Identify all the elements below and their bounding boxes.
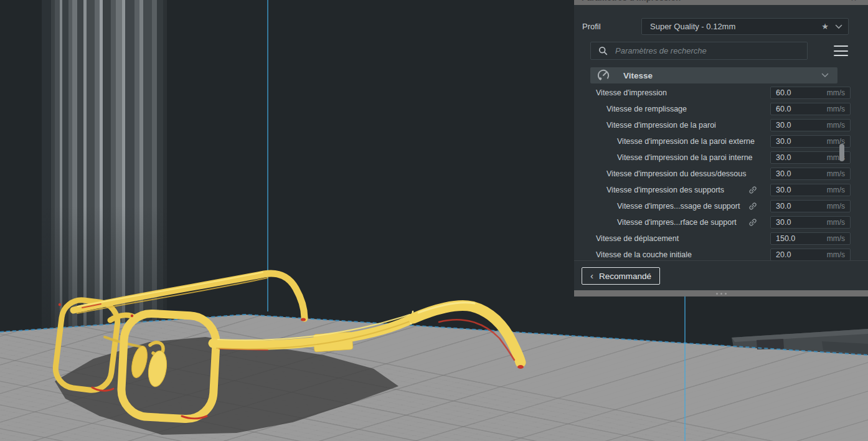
link-icon — [748, 202, 757, 213]
settings-row[interactable]: Vitesse d'impression du dessus/dessous m… — [590, 166, 837, 182]
settings-row[interactable]: Vitesse d'impression des supports mm/s — [590, 182, 837, 198]
setting-label: Vitesse d'impression de la paroi externe — [590, 137, 755, 146]
panel-title: Paramètres d'impression — [582, 0, 681, 2]
panel-resize-handle[interactable] — [574, 290, 868, 296]
chevron-left-icon: ‹ — [590, 271, 593, 280]
profile-dropdown[interactable]: Super Quality - 0.12mm ★ — [641, 18, 849, 35]
setting-field: mm/s — [770, 200, 851, 212]
setting-label: Vitesse de la couche initiale — [590, 250, 692, 259]
recommended-button-label: Recommandé — [599, 272, 651, 281]
chevron-down-icon — [835, 24, 842, 29]
section-vitesse[interactable]: Vitesse — [590, 67, 837, 83]
setting-field: mm/s — [770, 232, 851, 245]
setting-label: Vitesse d'impression de la paroi — [590, 121, 716, 130]
setting-label: Vitesse de déplacement — [590, 234, 679, 243]
setting-unit: mm/s — [816, 186, 845, 194]
scrollbar-thumb[interactable] — [839, 144, 844, 161]
settings-row[interactable]: Vitesse d'impression de la paroi interne… — [590, 149, 837, 166]
setting-label: Vitesse d'impres...ssage de support — [590, 202, 740, 211]
print-settings-panel: Paramètres d'impression ✕ Profil Super Q… — [574, 0, 868, 296]
setting-field: mm/s — [770, 103, 851, 115]
link-icon — [748, 218, 757, 229]
setting-value-input[interactable] — [775, 120, 816, 130]
setting-field: mm/s — [770, 87, 851, 99]
setting-field: mm/s — [770, 249, 851, 261]
setting-unit: mm/s — [816, 105, 845, 113]
settings-row[interactable]: Vitesse d'impression de la paroi mm/s — [590, 117, 837, 133]
setting-value-input[interactable] — [775, 234, 816, 244]
setting-field: mm/s — [770, 135, 851, 148]
setting-label: Vitesse d'impression du dessus/dessous — [590, 169, 747, 178]
striped-column — [37, 0, 171, 333]
setting-label: Vitesse de remplissage — [590, 105, 687, 113]
setting-field: mm/s — [770, 216, 851, 229]
settings-row[interactable]: Vitesse d'impression de la paroi externe… — [590, 133, 837, 149]
recommended-button[interactable]: ‹ Recommandé — [582, 267, 660, 285]
setting-unit: mm/s — [816, 169, 845, 178]
setting-label: Vitesse d'impression de la paroi interne — [590, 153, 753, 162]
cura-slicer-window: Paramètres d'impression ✕ Profil Super Q… — [0, 0, 868, 441]
settings-row[interactable]: Vitesse de déplacement mm/s — [590, 230, 837, 247]
setting-label: Vitesse d'impression des supports — [590, 186, 724, 194]
settings-row[interactable]: Vitesse d'impres...ssage de support mm/s — [590, 198, 837, 214]
search-row — [590, 42, 852, 60]
setting-value-input[interactable] — [775, 250, 816, 260]
panel-titlebar[interactable]: Paramètres d'impression ✕ — [574, 0, 868, 5]
menu-icon[interactable] — [834, 44, 848, 57]
setting-field: mm/s — [770, 119, 851, 131]
settings-row[interactable]: Vitesse d'impression mm/s — [590, 85, 837, 101]
close-icon[interactable]: ✕ — [851, 0, 857, 3]
speedometer-icon — [597, 69, 610, 82]
setting-field: mm/s — [770, 184, 851, 196]
profile-value: Super Quality - 0.12mm — [650, 22, 821, 31]
setting-value-input[interactable] — [775, 217, 816, 227]
setting-value-input[interactable] — [775, 136, 816, 146]
setting-value-input[interactable] — [775, 169, 816, 179]
setting-unit: mm/s — [816, 202, 845, 211]
setting-field: mm/s — [770, 151, 851, 164]
settings-row[interactable]: Vitesse de remplissage mm/s — [590, 101, 837, 117]
setting-value-input[interactable] — [775, 153, 816, 163]
setting-label: Vitesse d'impression — [590, 88, 667, 97]
setting-value-input[interactable] — [775, 201, 816, 211]
setting-field: mm/s — [770, 168, 851, 180]
setting-value-input[interactable] — [775, 185, 816, 195]
setting-unit: mm/s — [816, 121, 845, 130]
search-input[interactable] — [614, 45, 807, 56]
star-icon[interactable]: ★ — [821, 22, 829, 31]
search-box[interactable] — [590, 42, 808, 60]
setting-unit: mm/s — [816, 218, 845, 227]
chevron-down-icon — [821, 73, 829, 78]
setting-value-input[interactable] — [775, 88, 816, 98]
search-icon — [598, 46, 608, 55]
settings-list: Vitesse d'impression mm/s Vitesse de rem… — [590, 85, 837, 263]
panel-divider — [574, 260, 868, 261]
setting-unit: mm/s — [816, 234, 845, 243]
setting-unit: mm/s — [816, 88, 845, 97]
settings-row[interactable]: Vitesse d'impres...rface de support mm/s — [590, 214, 837, 230]
setting-unit: mm/s — [816, 250, 845, 259]
section-title: Vitesse — [623, 71, 821, 80]
setting-label: Vitesse d'impres...rface de support — [590, 218, 737, 227]
profile-row: Profil Super Quality - 0.12mm ★ — [574, 18, 868, 35]
profile-label: Profil — [582, 22, 601, 31]
link-icon — [748, 186, 757, 197]
setting-value-input[interactable] — [775, 104, 816, 114]
